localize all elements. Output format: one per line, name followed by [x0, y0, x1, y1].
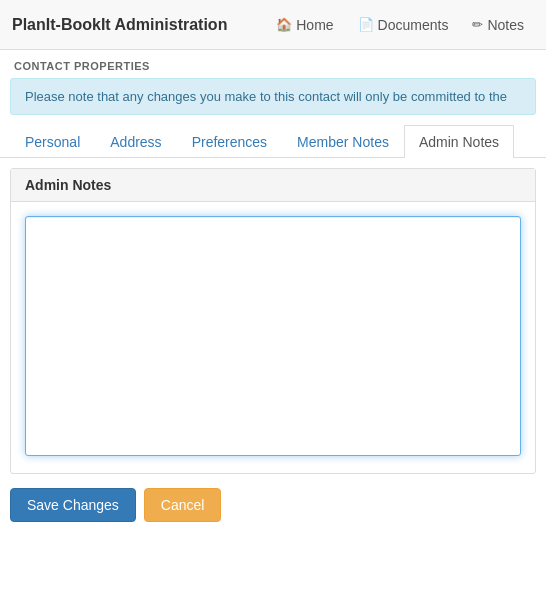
navbar-links: 🏠 Home 📄 Documents ✏ Notes	[266, 11, 534, 39]
tab-preferences[interactable]: Preferences	[177, 125, 282, 158]
nav-notes-label: Notes	[487, 17, 524, 33]
cancel-button[interactable]: Cancel	[144, 488, 222, 522]
nav-documents-label: Documents	[378, 17, 449, 33]
nav-home-label: Home	[296, 17, 333, 33]
nav-notes[interactable]: ✏ Notes	[462, 11, 534, 39]
tab-address[interactable]: Address	[95, 125, 176, 158]
tab-personal[interactable]: Personal	[10, 125, 95, 158]
navbar-brand: PlanIt-BookIt Administration	[12, 16, 227, 34]
save-button[interactable]: Save Changes	[10, 488, 136, 522]
navbar: PlanIt-BookIt Administration 🏠 Home 📄 Do…	[0, 0, 546, 50]
admin-notes-textarea[interactable]	[25, 216, 521, 456]
tabs-container: Personal Address Preferences Member Note…	[0, 125, 546, 158]
buttons-area: Save Changes Cancel	[0, 474, 546, 536]
admin-notes-panel: Admin Notes	[10, 168, 536, 474]
nav-home[interactable]: 🏠 Home	[266, 11, 343, 39]
tab-member-notes[interactable]: Member Notes	[282, 125, 404, 158]
pencil-icon: ✏	[472, 17, 483, 32]
info-banner: Please note that any changes you make to…	[10, 78, 536, 115]
section-title: CONTACT PROPERTIES	[0, 50, 546, 78]
home-icon: 🏠	[276, 17, 292, 32]
panel-body	[11, 202, 535, 473]
panel-heading: Admin Notes	[11, 169, 535, 202]
nav-documents[interactable]: 📄 Documents	[348, 11, 459, 39]
tab-admin-notes[interactable]: Admin Notes	[404, 125, 514, 158]
document-icon: 📄	[358, 17, 374, 32]
